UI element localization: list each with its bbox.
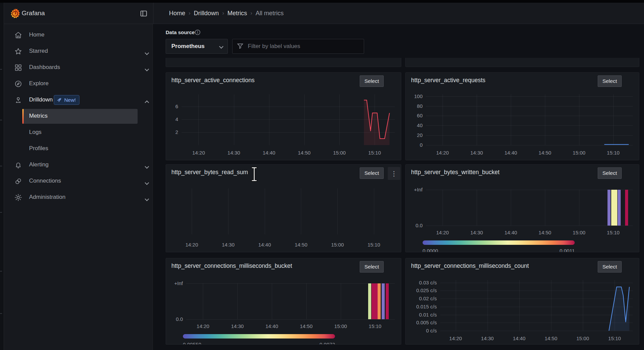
rocket-icon (56, 97, 62, 103)
sidebar-item-starred[interactable]: Starred (4, 43, 153, 60)
selected-item-accent-bar (22, 109, 24, 124)
line-chart (182, 94, 395, 145)
x-axis-tick-label: 14:50 (289, 242, 313, 248)
y-axis-tick-label: 0.01 c/s (408, 312, 437, 318)
grafana-logo-icon[interactable] (7, 6, 22, 21)
x-axis-tick-label: 14:30 (465, 230, 488, 235)
vertical-gridline (579, 190, 579, 226)
horizontal-gridline (426, 145, 633, 145)
vertical-gridline (228, 188, 229, 234)
sidebar-item-label: Alerting (29, 161, 49, 168)
breadcrumb-item[interactable]: Home (169, 10, 185, 17)
vertical-gridline (306, 283, 307, 319)
panel-title: http_server_connections_milliseconds_cou… (411, 262, 529, 270)
colorbar-max-label: 0.0073 (294, 342, 335, 345)
y-axis-tick-label: +Inf (408, 187, 423, 192)
page-edge-tick (0, 212, 2, 213)
vertical-gridline (203, 283, 203, 319)
x-axis-tick-label: 14:20 (444, 335, 468, 341)
sidebar-item-profiles[interactable]: Profiles (4, 141, 153, 157)
chevron-down-icon (145, 66, 148, 72)
link-icon (14, 177, 22, 185)
panel-menu-kebab-button[interactable]: ⋮ (388, 167, 400, 180)
sidebar-item-metrics[interactable]: Metrics (4, 108, 153, 124)
top-bar: Grafana Home›Drilldown›Metrics›All metri… (4, 3, 644, 24)
gear-icon (14, 193, 22, 202)
sidebar-item-drilldown[interactable]: DrilldownNew! (4, 92, 153, 108)
select-metric-button[interactable]: Select (598, 75, 622, 87)
x-axis-tick-label: 14:30 (216, 242, 240, 248)
horizontal-gridline (440, 331, 633, 331)
line-chart (426, 94, 633, 145)
horizontal-gridline (426, 190, 633, 190)
datasource-select[interactable]: Prometheus (166, 39, 228, 54)
select-metric-button[interactable]: Select (360, 75, 384, 87)
select-metric-button[interactable]: Select (360, 261, 384, 273)
x-axis-tick-label: 15:00 (326, 242, 349, 248)
sidebar-item-alerting[interactable]: Alerting (4, 157, 153, 173)
x-axis-tick-label: 14:20 (431, 150, 454, 156)
metric-panel: http_server_bytes_written_bucketSelect+I… (405, 164, 639, 252)
x-axis-tick-label: 14:50 (533, 230, 557, 235)
new-feature-badge[interactable]: New! (54, 95, 79, 105)
brand-title: Grafana (22, 9, 45, 17)
y-axis-tick-label: 40 (408, 122, 423, 128)
y-axis-tick-label: 80 (408, 103, 423, 109)
select-metric-button[interactable]: Select (598, 167, 622, 179)
y-axis-tick-label: 0.025 c/s (408, 287, 437, 293)
label-filter-box (232, 39, 364, 54)
sidebar-item-logs[interactable]: Logs (4, 124, 153, 141)
select-metric-button[interactable]: Select (598, 261, 622, 273)
star-icon (14, 47, 22, 55)
sidebar-item-explore[interactable]: Explore (4, 76, 153, 92)
sidebar-item-dashboards[interactable]: Dashboards (4, 60, 153, 76)
compass-icon (14, 80, 22, 88)
sidebar-item-home[interactable]: Home (4, 27, 153, 43)
panel-title: http_server_active_requests (411, 77, 485, 84)
sidebar-item-connections[interactable]: Connections (4, 173, 153, 189)
partial-panel-above (166, 58, 401, 67)
info-icon[interactable] (194, 29, 201, 36)
y-axis-tick-label: +Inf (169, 280, 183, 286)
x-axis-tick-label: 14:50 (292, 150, 316, 156)
vertical-gridline (301, 188, 301, 234)
x-axis-tick-label: 14:40 (257, 150, 281, 156)
vertical-gridline (477, 190, 477, 226)
breadcrumb: Home›Drilldown›Metrics›All metrics (169, 3, 284, 24)
sidebar-item-label: Home (29, 31, 44, 38)
line-chart (440, 280, 633, 331)
colorbar-min-label: 0.0000 (423, 248, 438, 252)
vertical-gridline (337, 188, 338, 234)
sidebar-item-label: Metrics (29, 113, 48, 119)
x-axis-tick-label: 14:40 (499, 150, 523, 156)
partial-panel-above (405, 58, 639, 67)
heatmap-bar (607, 190, 611, 226)
page-edge-tick (0, 271, 2, 272)
x-axis-tick-label: 15:00 (567, 230, 591, 235)
vertical-gridline (341, 283, 341, 319)
vertical-gridline (374, 188, 374, 234)
y-axis-tick-label: 100 (408, 93, 423, 99)
filter-input[interactable] (248, 43, 360, 50)
heatmap-bar (372, 283, 375, 319)
x-axis-tick-label: 15:10 (601, 230, 625, 235)
breadcrumb-item[interactable]: Drilldown (194, 10, 219, 17)
breadcrumb-item: All metrics (256, 10, 284, 17)
sidebar-item-label: Administration (29, 194, 66, 201)
panel-title: http_server_bytes_read_sum (171, 169, 248, 176)
grafana-app: Grafana Home›Drilldown›Metrics›All metri… (0, 0, 644, 350)
select-metric-button[interactable]: Select (360, 167, 384, 179)
sidebar-item-administration[interactable]: Administration (4, 189, 153, 206)
panel-title: http_server_connections_milliseconds_buc… (171, 262, 292, 270)
y-axis-tick-label: 0 c/s (408, 328, 437, 333)
x-axis-tick-label: 15:00 (571, 335, 595, 341)
page-edge-tick (0, 120, 2, 120)
horizontal-gridline (426, 226, 633, 226)
dock-menu-button[interactable] (138, 8, 149, 19)
x-axis-tick-label: 14:50 (539, 335, 563, 341)
page-left-edge (0, 3, 4, 350)
heatmap-bar (618, 190, 621, 226)
y-axis-tick-label: 0.03 c/s (408, 280, 437, 285)
new-badge-label: New! (64, 97, 76, 103)
breadcrumb-item[interactable]: Metrics (228, 10, 247, 17)
